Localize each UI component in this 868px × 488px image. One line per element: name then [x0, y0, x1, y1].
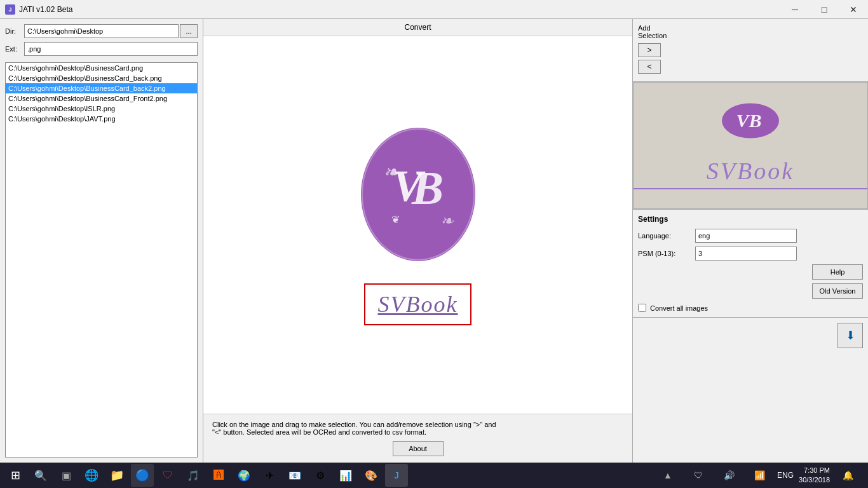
explorer-icon[interactable]: 📁 [105, 464, 128, 487]
download-button[interactable]: ⬇ [837, 323, 863, 348]
dir-row: Dir: ... [5, 24, 198, 38]
old-version-button[interactable]: Old Version [812, 283, 863, 299]
clock: 7:30 PM 30/3/2018 [799, 466, 830, 485]
svg-text:❧: ❧ [440, 212, 454, 229]
volume-icon[interactable]: 🔊 [717, 464, 740, 487]
instruction-line2: "<" button. Selected area will be OCRed … [212, 428, 623, 436]
svg-text:VB: VB [736, 110, 762, 131]
browse-button[interactable]: ... [180, 24, 198, 38]
notifications-icon[interactable]: ▲ [656, 464, 679, 487]
title-controls: ─ □ ✕ [780, 0, 868, 19]
svg-text:❧: ❧ [383, 161, 400, 182]
remove-selection-button[interactable]: < [638, 60, 661, 74]
selection-label: Selection [638, 32, 667, 39]
language-row: Language: [638, 229, 863, 243]
dir-input[interactable] [24, 24, 179, 38]
file-item[interactable]: C:\Users\gohmi\Desktop\ISLR.png [6, 104, 197, 114]
minimize-button[interactable]: ─ [780, 0, 810, 19]
network-status-icon[interactable]: 📶 [748, 464, 771, 487]
add-selection-label: Add Selection [638, 24, 863, 39]
transfer-icon[interactable]: 📊 [334, 464, 357, 487]
file-item[interactable]: C:\Users\gohmi\Desktop\JAVT.png [6, 114, 197, 124]
svbook-text: SVBook [378, 292, 458, 317]
chrome-icon[interactable]: 🔵 [131, 464, 154, 487]
language-label: Language: [638, 232, 695, 240]
add-selection-button[interactable]: > [638, 43, 661, 57]
settings-buttons: Help [638, 264, 863, 280]
convert-all-row: Convert all images [638, 304, 863, 312]
image-area[interactable]: V B ❧ ❧ ❦ SVBook [203, 36, 632, 414]
convert-all-checkbox[interactable] [638, 304, 646, 312]
convert-header: Convert [203, 19, 632, 36]
center-panel: Convert V B ❧ ❧ ❦ [203, 19, 633, 463]
taskbar-right: ▲ 🛡 🔊 📶 ENG 7:30 PM 30/3/2018 🔔 [655, 464, 865, 487]
app-icon-2[interactable]: 🅰 [207, 464, 230, 487]
antivirus-icon[interactable]: 🛡 [687, 464, 710, 487]
add-label: Add [638, 24, 651, 32]
notifications-bell-icon[interactable]: 🔔 [836, 464, 859, 487]
settings-taskbar-icon[interactable]: ⚙ [309, 464, 332, 487]
svg-text:B: B [411, 161, 444, 214]
psm-row: PSM (0-13): [638, 247, 863, 261]
about-button[interactable]: About [393, 441, 444, 456]
instruction-area: Click on the image and drag to make sele… [203, 414, 632, 463]
instruction-line1: Click on the image and drag to make sele… [212, 421, 623, 428]
music-icon[interactable]: 🎵 [182, 464, 205, 487]
settings-area: Settings Language: PSM (0-13): Help Old … [633, 209, 868, 317]
start-button[interactable]: ⊞ [3, 463, 28, 488]
language-indicator[interactable]: ENG [777, 471, 794, 480]
file-item-selected[interactable]: C:\Users\gohmi\Desktop\BusinessCard_back… [6, 83, 197, 93]
maximize-button[interactable]: □ [810, 0, 839, 19]
main-content: Dir: ... Ext: C:\Users\gohmi\Desktop\Bus… [0, 19, 868, 463]
add-selection-area: Add Selection > < [633, 19, 868, 82]
app-taskbar-icon[interactable]: J [385, 464, 408, 487]
psm-input[interactable] [695, 247, 797, 261]
title-bar: J JATI v1.02 Beta ─ □ ✕ [0, 0, 868, 19]
svg-text:❦: ❦ [391, 214, 400, 225]
preview-image: VB SVBook [634, 83, 867, 208]
download-area: ⬇ [633, 317, 868, 353]
app-title: JATI v1.02 Beta [19, 5, 73, 14]
preview-content: VB SVBook [634, 102, 867, 189]
settings-title: Settings [638, 215, 863, 224]
email-icon[interactable]: 📧 [283, 464, 306, 487]
clock-time: 7:30 PM [799, 466, 830, 475]
ext-input[interactable] [24, 42, 198, 56]
ext-row: Ext: [5, 42, 198, 56]
file-item[interactable]: C:\Users\gohmi\Desktop\BusinessCard_back… [6, 73, 197, 83]
old-version-btn-row: Old Version [638, 283, 863, 299]
file-item[interactable]: C:\Users\gohmi\Desktop\BusinessCard.png [6, 63, 197, 73]
about-btn-row: About [212, 441, 623, 456]
dir-label: Dir: [5, 27, 24, 35]
convert-all-label: Convert all images [650, 304, 708, 312]
language-input[interactable] [695, 229, 797, 243]
network-icon[interactable]: 🌍 [233, 464, 255, 487]
arrow-buttons: > < [638, 43, 863, 74]
color-icon[interactable]: 🎨 [360, 464, 383, 487]
preview-vb-icon: VB [719, 102, 782, 140]
psm-label: PSM (0-13): [638, 250, 695, 257]
search-taskbar-icon[interactable]: 🔍 [29, 464, 52, 487]
ext-label: Ext: [5, 45, 24, 53]
image-container: V B ❧ ❧ ❦ SVBook [355, 125, 482, 325]
right-panel: Add Selection > < VB SVBook [633, 19, 868, 463]
clock-date: 30/3/2018 [799, 475, 830, 485]
close-button[interactable]: ✕ [839, 0, 868, 19]
security-icon[interactable]: 🛡 [156, 464, 179, 487]
selection-box[interactable]: SVBook [364, 283, 472, 325]
left-panel: Dir: ... Ext: C:\Users\gohmi\Desktop\Bus… [0, 19, 203, 463]
preview-area: VB SVBook [633, 82, 868, 209]
taskbar: ⊞ 🔍 ▣ 🌐 📁 🔵 🛡 🎵 🅰 🌍 ✈ 📧 ⚙ 📊 🎨 J ▲ 🛡 🔊 📶 … [0, 463, 868, 488]
preview-svbook-text: SVBook [634, 154, 867, 189]
mail-icon[interactable]: ✈ [258, 464, 281, 487]
ie-icon[interactable]: 🌐 [80, 464, 103, 487]
file-list: C:\Users\gohmi\Desktop\BusinessCard.png … [5, 62, 198, 458]
help-button[interactable]: Help [812, 264, 863, 280]
task-view-icon[interactable]: ▣ [55, 464, 78, 487]
app-icon: J [5, 4, 15, 15]
vb-logo: V B ❧ ❧ ❦ [355, 125, 482, 277]
file-item[interactable]: C:\Users\gohmi\Desktop\BusinessCard_Fron… [6, 93, 197, 104]
